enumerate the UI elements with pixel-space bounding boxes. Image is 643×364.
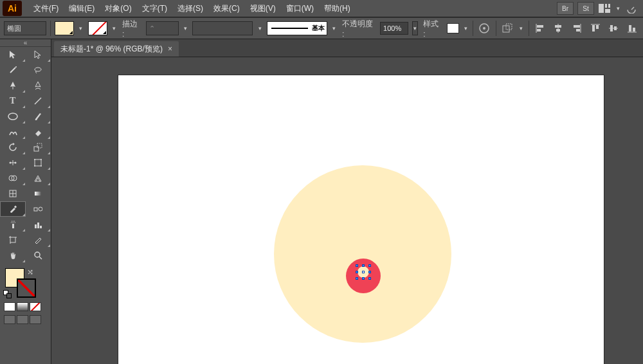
selection-tool[interactable]: [0, 47, 26, 62]
svg-rect-33: [37, 143, 42, 148]
svg-rect-11: [537, 29, 541, 32]
lasso-tool[interactable]: [26, 62, 51, 78]
svg-rect-54: [10, 237, 15, 242]
stroke-swatch[interactable]: [88, 21, 107, 35]
recolor-artwork-icon[interactable]: [477, 21, 492, 35]
stroke-color[interactable]: [17, 278, 36, 298]
menu-view[interactable]: 视图(V): [245, 1, 281, 17]
document-tab[interactable]: 未标题-1* @ 96% (RGB/预览) ×: [54, 41, 179, 57]
hand-tool[interactable]: [0, 248, 26, 263]
blend-tool[interactable]: [26, 201, 51, 217]
scale-tool[interactable]: [26, 140, 51, 155]
app-logo: Ai: [3, 1, 22, 16]
width-tool[interactable]: [0, 155, 26, 170]
slice-tool[interactable]: [26, 232, 51, 248]
zoom-tool[interactable]: [26, 248, 51, 263]
paintbrush-tool[interactable]: [26, 109, 51, 124]
opacity-menu[interactable]: [412, 21, 418, 35]
document-tabstrip: 未标题-1* @ 96% (RGB/预览) ×: [51, 39, 643, 57]
draw-normal-mode-icon[interactable]: [4, 315, 15, 324]
transform-icon[interactable]: [500, 21, 515, 35]
close-icon[interactable]: ×: [168, 44, 172, 53]
canvas[interactable]: [51, 57, 643, 364]
ellipse-tool[interactable]: [0, 109, 26, 124]
arrange-documents-menu[interactable]: [615, 1, 621, 15]
menu-type[interactable]: 文字(T): [137, 1, 172, 17]
graphic-style-swatch[interactable]: [447, 23, 459, 33]
rotate-tool[interactable]: [0, 140, 26, 155]
svg-rect-25: [629, 25, 631, 32]
bridge-button[interactable]: Br: [557, 2, 574, 15]
swap-fill-stroke-icon[interactable]: ⤭: [27, 268, 33, 277]
graphic-style-menu[interactable]: [463, 21, 469, 35]
color-mode-row: [0, 300, 51, 313]
eraser-tool[interactable]: [26, 124, 51, 140]
align-right-icon[interactable]: [570, 21, 584, 35]
stroke-swatch-menu[interactable]: [111, 21, 117, 35]
align-left-icon[interactable]: [532, 21, 547, 35]
opacity-label: 不透明度 :: [341, 19, 376, 39]
tool-panel: « T ⤭: [0, 39, 51, 364]
svg-line-60: [39, 257, 42, 259]
draw-normal-icon[interactable]: [4, 302, 15, 311]
mesh-tool[interactable]: [0, 186, 26, 201]
brush-definition-menu[interactable]: [331, 21, 337, 35]
free-transform-tool[interactable]: [26, 155, 51, 170]
menu-help[interactable]: 帮助(H): [319, 1, 356, 17]
align-bottom-icon[interactable]: [624, 21, 639, 35]
menu-window[interactable]: 窗口(W): [281, 1, 319, 17]
fill-swatch[interactable]: [55, 21, 74, 35]
svg-rect-19: [592, 25, 595, 32]
brush-definition[interactable]: 基本: [267, 21, 327, 35]
shaper-tool[interactable]: [0, 124, 26, 140]
draw-none-icon[interactable]: [30, 302, 41, 311]
pen-tool[interactable]: [0, 78, 26, 93]
shape-selected-ellipse[interactable]: [358, 266, 369, 278]
menu-select[interactable]: 选择(S): [172, 1, 208, 17]
draw-gradient-icon[interactable]: [17, 302, 28, 311]
menu-file[interactable]: 文件(F): [28, 1, 64, 17]
shape-builder-tool[interactable]: [0, 170, 26, 186]
magic-wand-tool[interactable]: [0, 62, 26, 78]
panel-collapse-icon[interactable]: «: [0, 39, 51, 47]
align-top-icon[interactable]: [588, 21, 602, 35]
svg-rect-3: [605, 9, 610, 13]
svg-rect-1: [605, 4, 607, 8]
direct-selection-tool[interactable]: [26, 47, 51, 62]
svg-rect-13: [555, 25, 561, 28]
variable-width-profile[interactable]: [192, 21, 253, 35]
shape-large-ellipse[interactable]: [274, 165, 451, 343]
line-tool[interactable]: [26, 93, 51, 109]
fill-swatch-menu[interactable]: [78, 21, 84, 35]
align-vcenter-icon[interactable]: [606, 21, 621, 35]
fill-stroke-control[interactable]: ⤭: [0, 266, 51, 300]
variable-width-profile-menu[interactable]: [257, 21, 262, 35]
draw-inside-mode-icon[interactable]: [30, 315, 41, 324]
stroke-width-menu[interactable]: [183, 21, 188, 35]
gpu-preview-icon[interactable]: [625, 2, 638, 15]
artboard[interactable]: [118, 75, 604, 364]
arrange-documents-icon[interactable]: [598, 2, 611, 15]
style-label: 样式 :: [422, 19, 443, 39]
default-fill-stroke-icon[interactable]: [3, 290, 12, 299]
stock-button[interactable]: St: [577, 2, 594, 15]
column-graph-tool[interactable]: [26, 217, 51, 232]
artboard-tool[interactable]: [0, 232, 26, 248]
gradient-tool[interactable]: [26, 186, 51, 201]
symbol-sprayer-tool[interactable]: [0, 217, 26, 232]
perspective-grid-tool[interactable]: [26, 170, 51, 186]
svg-point-31: [8, 113, 17, 120]
svg-rect-52: [37, 223, 39, 228]
curvature-tool[interactable]: [26, 78, 51, 93]
tool-hint[interactable]: 椭圆: [4, 21, 46, 35]
menu-object[interactable]: 对象(O): [100, 1, 136, 17]
draw-behind-mode-icon[interactable]: [17, 315, 28, 324]
stroke-width-input[interactable]: ⌃: [146, 21, 179, 35]
align-hcenter-icon[interactable]: [551, 21, 566, 35]
opacity-input[interactable]: 100%: [380, 22, 408, 35]
eyedropper-tool[interactable]: [0, 201, 26, 217]
type-tool[interactable]: T: [0, 93, 26, 109]
menu-edit[interactable]: 编辑(E): [64, 1, 100, 17]
menu-effect[interactable]: 效果(C): [208, 1, 245, 17]
transform-menu[interactable]: [518, 21, 524, 35]
